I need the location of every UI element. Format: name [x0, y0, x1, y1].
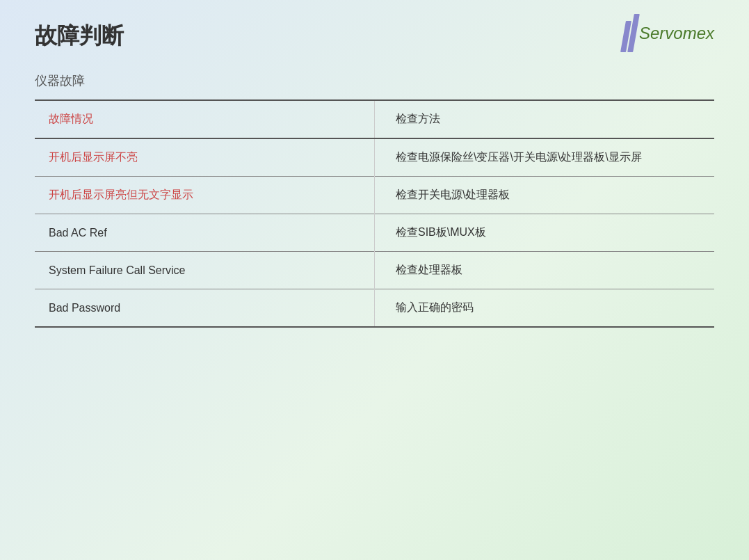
fault-table: 故障情况 检查方法 开机后显示屏不亮检查电源保险丝\变压器\开关电源\处理器板\…: [35, 99, 714, 328]
logo-text: Servomex: [639, 24, 714, 43]
fault-cell: Bad AC Ref: [35, 214, 375, 252]
col-header-method: 检查方法: [375, 100, 715, 138]
method-cell: 检查处理器板: [375, 252, 715, 289]
method-cell: 检查开关电源\处理器板: [375, 177, 715, 214]
page-title: 故障判断: [35, 21, 714, 51]
method-cell: 输入正确的密码: [375, 289, 715, 328]
page-container: 故障判断 Servomex 仪器故障 故障情况 检查方法 开机后显示屏不亮检查电…: [0, 0, 749, 560]
logo-container: Servomex: [623, 14, 714, 52]
col-header-fault: 故障情况: [35, 100, 375, 138]
fault-cell: 开机后显示屏不亮: [35, 138, 375, 177]
table-row: System Failure Call Service检查处理器板: [35, 252, 714, 289]
table-row: Bad AC Ref检查SIB板\MUX板: [35, 214, 714, 252]
method-cell: 检查电源保险丝\变压器\开关电源\处理器板\显示屏: [375, 138, 715, 177]
logo-icon: [623, 14, 636, 52]
fault-cell: System Failure Call Service: [35, 252, 375, 289]
table-row: 开机后显示屏亮但无文字显示检查开关电源\处理器板: [35, 177, 714, 214]
table-header-row: 故障情况 检查方法: [35, 100, 714, 138]
fault-cell: 开机后显示屏亮但无文字显示: [35, 177, 375, 214]
section-title: 仪器故障: [35, 72, 714, 89]
table-row: Bad Password输入正确的密码: [35, 289, 714, 328]
fault-cell: Bad Password: [35, 289, 375, 328]
method-cell: 检查SIB板\MUX板: [375, 214, 715, 252]
table-row: 开机后显示屏不亮检查电源保险丝\变压器\开关电源\处理器板\显示屏: [35, 138, 714, 177]
